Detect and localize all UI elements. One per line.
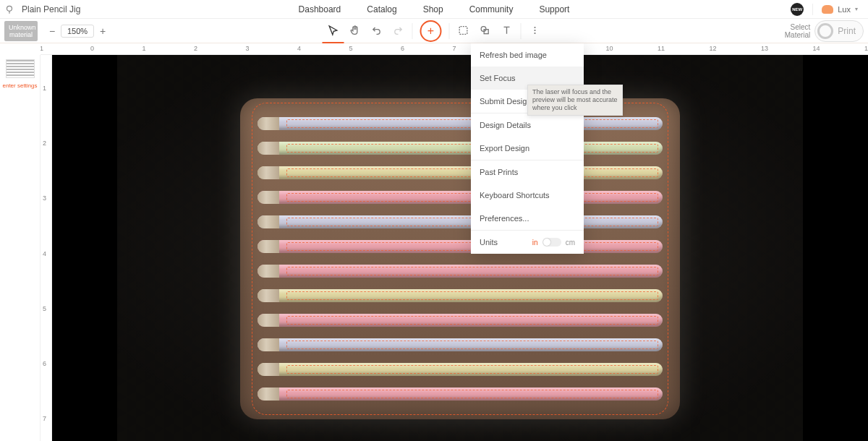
zoom-in-button[interactable]: + xyxy=(95,24,110,38)
canvas[interactable] xyxy=(52,55,868,441)
svg-point-0 xyxy=(7,6,12,11)
pencil-stack xyxy=(258,111,663,406)
ruler-h-label: 12 xyxy=(709,45,716,52)
material-badge-l1: Unknown xyxy=(9,24,33,31)
outline-tool[interactable] xyxy=(453,19,475,43)
user-avatar-icon xyxy=(822,5,833,14)
ruler-h-label: 6 xyxy=(401,45,404,52)
chevron-down-icon: ▾ xyxy=(855,6,858,12)
menu-item-keyboard-shortcuts[interactable]: Keyboard Shortcuts xyxy=(471,184,584,207)
ruler-v-label: 2 xyxy=(43,140,46,147)
pencil xyxy=(258,338,663,351)
user-menu[interactable]: Lux ▾ xyxy=(812,4,861,15)
shape-tool[interactable] xyxy=(475,19,496,43)
nav-dashboard[interactable]: Dashboard xyxy=(299,4,341,14)
bed-image xyxy=(117,55,803,441)
ruler-h-label: 7 xyxy=(452,45,456,52)
workspace: enter settings 1234567 xyxy=(0,55,868,441)
material-badge[interactable]: Unknown material xyxy=(4,21,38,41)
zoom-out-button[interactable]: − xyxy=(45,24,59,38)
pencil xyxy=(258,363,663,376)
more-menu-button[interactable] xyxy=(524,19,546,43)
engrave-slot xyxy=(286,365,658,374)
nav-catalog[interactable]: Catalog xyxy=(367,4,396,14)
print-label: Print xyxy=(838,26,856,36)
engrave-slot xyxy=(286,316,658,325)
redo-button[interactable] xyxy=(388,19,409,43)
divider xyxy=(521,23,522,39)
divider xyxy=(412,23,413,39)
ruler-h-label: 14 xyxy=(812,45,820,52)
menu-item-design-details[interactable]: Design Details xyxy=(471,114,584,137)
nav-shop[interactable]: Shop xyxy=(423,4,443,14)
units-cm[interactable]: cm xyxy=(566,239,575,247)
select-tool[interactable] xyxy=(323,19,344,43)
menu-item-past-prints[interactable]: Past Prints xyxy=(471,160,584,184)
ruler-h-label: 5 xyxy=(349,45,352,52)
menu-item-preferences[interactable]: Preferences... xyxy=(471,207,584,230)
design-title: Plain Pencil Jig xyxy=(19,4,80,14)
main-nav: Dashboard Catalog Shop Community Support xyxy=(299,4,570,14)
ruler-h-label: 15 xyxy=(864,45,868,52)
ruler-v-label: 6 xyxy=(43,360,46,367)
pencil xyxy=(258,388,663,401)
undo-button[interactable] xyxy=(366,19,388,43)
enter-settings-link[interactable]: enter settings xyxy=(0,82,40,89)
pencil xyxy=(258,142,663,155)
add-artwork-button[interactable]: + xyxy=(420,20,442,42)
print-button[interactable]: Print xyxy=(814,20,864,42)
ruler-h-label: 10 xyxy=(605,45,613,52)
menu-units-row: Unitsincm xyxy=(471,231,584,254)
units-label: Units xyxy=(480,238,498,247)
svg-point-5 xyxy=(534,29,535,30)
new-badge-icon[interactable]: NEW xyxy=(791,3,804,16)
ruler-v-label: 7 xyxy=(43,415,46,422)
svg-point-6 xyxy=(534,32,535,33)
ruler-h-label: -1 xyxy=(41,45,43,52)
ruler-h-label: 0 xyxy=(90,45,94,52)
ruler-h-label: 3 xyxy=(245,45,249,52)
pencil xyxy=(258,265,663,278)
nav-support[interactable]: Support xyxy=(539,4,569,14)
ruler-horizontal: -10123456789101112131415 xyxy=(41,43,868,55)
hand-tool[interactable] xyxy=(344,19,366,43)
zoom-control: − 150% + xyxy=(45,24,110,38)
pencil xyxy=(258,166,663,179)
pencil xyxy=(258,191,663,204)
print-status-icon xyxy=(817,23,833,39)
nav-community[interactable]: Community xyxy=(469,4,514,14)
ruler-v-label: 3 xyxy=(43,194,46,202)
ruler-h-label: 13 xyxy=(761,45,768,52)
ruler-v-label: 1 xyxy=(43,85,46,92)
material-badge-l2: material xyxy=(9,31,33,38)
menu-item-export-design[interactable]: Export Design xyxy=(471,137,584,160)
ruler-h-label: 4 xyxy=(297,45,301,52)
set-focus-tooltip: The laser will focus and the preview wil… xyxy=(527,85,623,116)
engrave-slot xyxy=(286,341,658,349)
app-logo-icon[interactable] xyxy=(0,4,19,14)
engrave-slot xyxy=(286,291,658,300)
menu-item-refresh-bed-image[interactable]: Refresh bed image xyxy=(471,43,584,67)
divider xyxy=(449,23,450,39)
toolbar: Unknown material − 150% + + Select Mater… xyxy=(0,19,868,43)
pencil xyxy=(258,314,663,327)
jig-board xyxy=(240,98,680,419)
engrave-slot xyxy=(286,267,658,275)
ruler-h-label: 11 xyxy=(658,45,665,52)
ruler-vertical: 1234567 xyxy=(41,55,52,441)
zoom-value[interactable]: 150% xyxy=(61,25,94,38)
pencil xyxy=(258,117,663,130)
svg-rect-1 xyxy=(459,26,467,34)
ruler-h-label: 2 xyxy=(194,45,197,52)
step-thumbnail[interactable] xyxy=(6,59,35,78)
more-menu: Refresh bed imageSet FocusSubmit Design … xyxy=(471,43,584,254)
text-tool[interactable] xyxy=(496,19,518,43)
ruler-v-label: 4 xyxy=(43,250,46,257)
units-in[interactable]: in xyxy=(532,239,538,247)
ruler-v-label: 5 xyxy=(43,305,46,312)
units-toggle[interactable] xyxy=(542,238,561,247)
svg-point-4 xyxy=(534,26,535,27)
pencil xyxy=(258,215,663,228)
select-material-button[interactable]: Select Material xyxy=(785,23,811,39)
ruler-h-label: 1 xyxy=(142,45,145,52)
